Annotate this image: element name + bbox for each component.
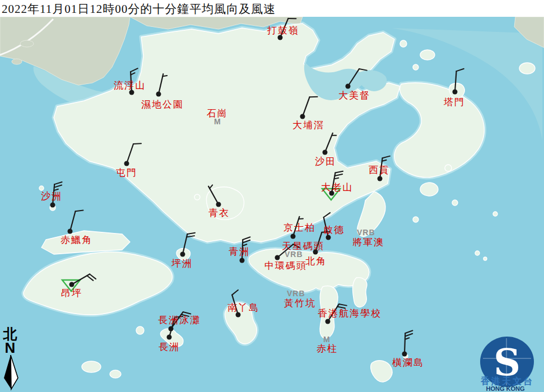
station-dot-chek-lap-kok: [68, 229, 73, 234]
station-dot-lamma-island: [236, 312, 241, 318]
station-dot-tsing-yi: [216, 202, 221, 207]
station-dot-peng-chau: [180, 252, 185, 257]
station-dot-sha-tin: [323, 150, 328, 155]
station-dot-cheung-chau: [167, 335, 172, 340]
wind-barb-full-tuen-mun: [133, 143, 141, 144]
wind-barb-half-wetland-park: [162, 76, 167, 76]
station-dot-sai-kung: [378, 176, 383, 181]
wind-map-screen: S 2022年11月01日12時00分的十分鐘平均風向及風速 打鼓嶺流浮山濕地公…: [0, 0, 544, 392]
wind-barb-full-north-point: [322, 232, 329, 232]
hong-kong-map: S: [0, 0, 544, 392]
hko-name-english: HONG KONG OBSERVATORY: [467, 385, 544, 392]
station-dot-wetland-park: [156, 92, 161, 97]
station-dot-kai-tak: [326, 235, 331, 240]
station-dot-tates-cairn: [329, 191, 334, 196]
station-dot-ta-kwu-ling: [278, 35, 283, 40]
station-dot-waglan-island: [402, 352, 407, 357]
station-dot-tap-mun: [453, 90, 458, 95]
shek-o-peninsula: [353, 278, 367, 307]
station-dot-kings-park: [291, 234, 296, 239]
wind-barb-half-kings-park: [299, 218, 303, 219]
station-dot-north-point: [313, 250, 318, 255]
station-dot-hk-sea-school: [326, 319, 331, 324]
station-dot-ngong-ping: [69, 282, 75, 287]
compass-north-letter: N: [1, 341, 20, 355]
station-dot-green-island: [240, 258, 245, 263]
station-dot-tai-po-kau: [300, 114, 305, 119]
station-dot-lau-fau-shan: [129, 90, 134, 95]
station-dot-sha-chau: [50, 203, 55, 208]
map-title: 2022年11月01日12時00分的十分鐘平均風向及風速: [0, 0, 276, 17]
station-dot-tuen-mun: [124, 161, 129, 166]
map-title-bar: 2022年11月01日12時00分的十分鐘平均風向及風速: [0, 0, 544, 17]
station-dot-central-pier: [275, 255, 280, 260]
compass-north: 北 N: [1, 328, 20, 354]
station-dot-tai-mei-tuk: [346, 84, 351, 89]
